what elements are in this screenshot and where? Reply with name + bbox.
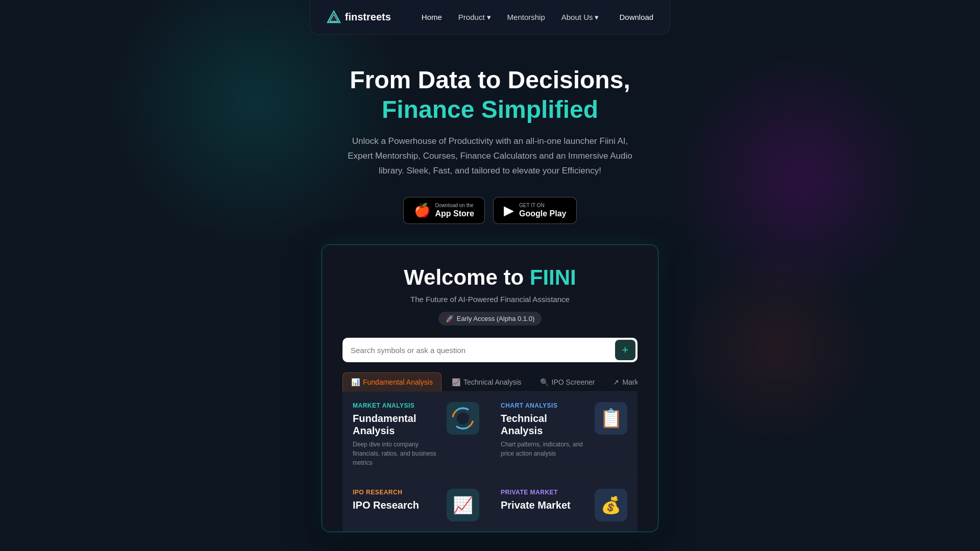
google-play-icon: ▶ [504, 204, 514, 217]
early-access-badge: 🚀 Early Access (Alpha 0.1.0) [438, 312, 542, 325]
tab-icon-fundamental: 📊 [351, 378, 360, 386]
hero-title: From Data to Decisions, Finance Simplifi… [350, 65, 630, 124]
nav-item-product[interactable]: Product ▾ [458, 13, 491, 22]
hero-subtitle: Unlock a Powerhouse of Productivity with… [347, 134, 633, 179]
tab-icon-ipo: 🔍 [540, 378, 549, 386]
app-tabs: 📊 Fundamental Analysis 📈 Technical Analy… [342, 362, 638, 392]
app-welcome-subtitle: The Future of AI-Powered Financial Assis… [342, 295, 638, 304]
search-bar: + [342, 338, 638, 362]
card-ipo-research[interactable]: IPO Research IPO Research 📈 [342, 479, 489, 532]
logo[interactable]: finstreets [327, 10, 391, 24]
nav-item-mentorship[interactable]: Mentorship [507, 13, 545, 21]
chevron-down-icon: ▾ [487, 13, 491, 22]
badge-icon: 🚀 [446, 315, 454, 322]
tab-icon-technical: 📈 [452, 378, 460, 386]
app-preview-card: Welcome to FIINI The Future of AI-Powere… [322, 244, 658, 532]
search-input[interactable] [351, 341, 611, 360]
card-visual-ipo: 📈 [447, 489, 479, 521]
app-store-button[interactable]: 🍎 Download on the App Store [403, 197, 485, 224]
svg-point-5 [457, 412, 469, 424]
logo-icon [327, 10, 341, 24]
download-button[interactable]: Download [619, 13, 653, 21]
tab-icon-market: ↗ [613, 378, 619, 386]
google-play-button[interactable]: ▶ GET IT ON Google Play [493, 197, 577, 224]
card-visual-private: 💰 [595, 489, 627, 521]
logo-text: finstreets [345, 11, 391, 23]
card-fundamental-analysis[interactable]: Market Analysis Fundamental Analysis Dee… [342, 392, 489, 478]
tab-ipo-screener[interactable]: 🔍 IPO Screener [532, 372, 603, 391]
cards-grid: Market Analysis Fundamental Analysis Dee… [342, 392, 638, 532]
card-visual-fundamental [447, 402, 479, 435]
chevron-down-icon: ▾ [595, 13, 599, 22]
card-private-market[interactable]: Private Market Private Market 💰 [491, 479, 638, 532]
tab-market-sentiment[interactable]: ↗ Market Sentiment [605, 372, 638, 391]
card-visual-technical: 📋 [595, 402, 627, 435]
nav-item-home[interactable]: Home [422, 13, 442, 21]
tab-technical-analysis[interactable]: 📈 Technical Analysis [444, 372, 530, 391]
apple-icon: 🍎 [414, 204, 430, 217]
app-welcome-title: Welcome to FIINI [342, 265, 638, 290]
card-technical-analysis[interactable]: Chart Analysis Technical Analysis Chart … [491, 392, 638, 478]
tab-fundamental-analysis[interactable]: 📊 Fundamental Analysis [342, 372, 442, 391]
navbar: finstreets Home Product ▾ Mentorship Abo… [0, 0, 980, 35]
hero-section: From Data to Decisions, Finance Simplifi… [0, 35, 980, 224]
search-plus-button[interactable]: + [615, 340, 635, 360]
nav-item-about[interactable]: About Us ▾ [561, 13, 599, 22]
store-buttons: 🍎 Download on the App Store ▶ GET IT ON … [403, 197, 577, 224]
nav-links: Home Product ▾ Mentorship About Us ▾ [422, 13, 599, 22]
